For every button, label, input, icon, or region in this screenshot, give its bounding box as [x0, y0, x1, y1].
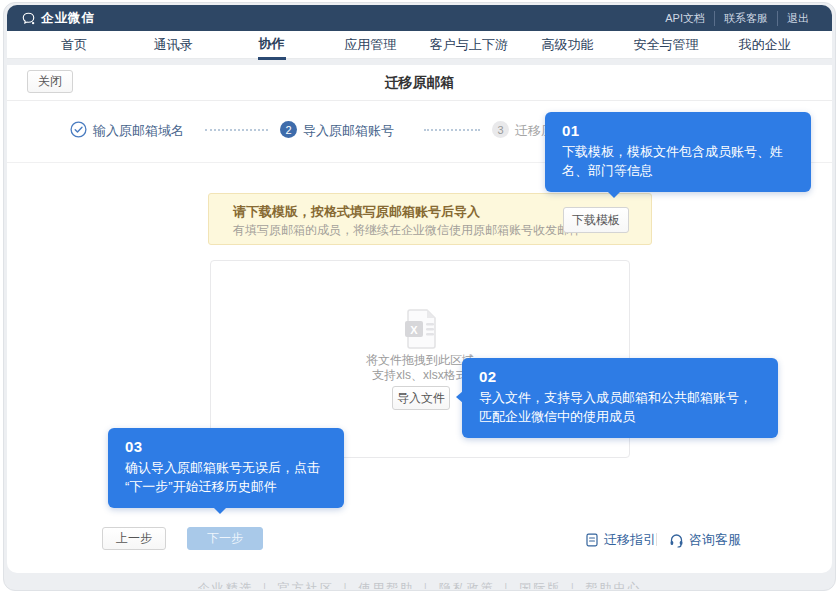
- logout-link[interactable]: 退出: [777, 11, 818, 26]
- previous-step-button[interactable]: 上一步: [102, 527, 166, 550]
- tab-advanced-features[interactable]: 高级功能: [518, 31, 617, 58]
- topbar-links: API文档 联系客服 退出: [656, 11, 818, 26]
- tab-app-management[interactable]: 应用管理: [321, 31, 420, 58]
- download-template-notice: 请下载模版，按格式填写原邮箱账号后导入 有填写原邮箱的成员，将继续在企业微信使用…: [208, 193, 652, 245]
- page-footer-links[interactable]: 企业精选 ｜ 官方社区 ｜ 使用帮助 ｜ 隐私政策 ｜ 国际版 ｜ 帮助中心: [7, 580, 832, 589]
- admin-console-window: 企业微信 API文档 联系客服 退出 首页 通讯录 协作 应用管理 客户与上下游…: [0, 0, 839, 605]
- step-connector: [424, 129, 480, 131]
- tab-customers[interactable]: 客户与上下游: [420, 31, 519, 58]
- tab-contacts[interactable]: 通讯录: [124, 31, 223, 58]
- consult-service-label: 咨询客服: [689, 531, 741, 549]
- api-docs-link[interactable]: API文档: [656, 11, 714, 26]
- app-logo-text: 企业微信: [41, 10, 95, 27]
- next-step-button[interactable]: 下一步: [187, 527, 263, 550]
- main-nav: 首页 通讯录 协作 应用管理 客户与上下游 高级功能 安全与管理 我的企业: [7, 31, 832, 59]
- step-3-number-badge: 3: [492, 121, 509, 138]
- footer-links-separator: [656, 533, 657, 546]
- wechat-work-logo-icon: [21, 11, 36, 26]
- tooltip-number: 02: [479, 368, 761, 385]
- step-connector: [205, 129, 268, 131]
- consult-service-link[interactable]: 咨询客服: [669, 531, 741, 549]
- notice-title: 请下载模版，按格式填写原邮箱账号后导入: [233, 203, 480, 221]
- tooltip-text: 确认导入原邮箱账号无误后，点击“下一步”开始迁移历史邮件: [125, 458, 327, 496]
- tab-my-company[interactable]: 我的企业: [715, 31, 814, 58]
- page-footer: 企业精选 ｜ 官方社区 ｜ 使用帮助 ｜ 隐私政策 ｜ 国际版 ｜ 帮助中心: [7, 580, 832, 589]
- tooltip-arrow-down-icon: [607, 191, 621, 198]
- migration-guide-label: 迁移指引: [604, 531, 656, 549]
- migration-guide-link[interactable]: 迁移指引: [585, 531, 656, 549]
- tooltip-step-02: 02 导入文件，支持导入成员邮箱和公共邮箱账号，匹配企业微信中的使用成员: [462, 358, 778, 438]
- tooltip-step-01: 01 下载模板，模板文件包含成员账号、姓名、部门等信息: [545, 112, 811, 192]
- tooltip-text: 导入文件，支持导入成员邮箱和公共邮箱账号，匹配企业微信中的使用成员: [479, 388, 761, 426]
- step-2-number-badge: 2: [280, 121, 297, 138]
- import-file-button[interactable]: 导入文件: [392, 386, 450, 410]
- app-logo: 企业微信: [21, 10, 95, 27]
- step-1-label: 输入原邮箱域名: [93, 122, 184, 139]
- tooltip-number: 03: [125, 438, 327, 455]
- notice-subtitle: 有填写原邮箱的成员，将继续在企业微信使用原邮箱账号收发邮件: [233, 222, 581, 239]
- tooltip-arrow-left-icon: [456, 391, 463, 403]
- headset-icon: [669, 533, 684, 548]
- contact-support-link[interactable]: 联系客服: [714, 11, 777, 26]
- tab-security-management[interactable]: 安全与管理: [617, 31, 716, 58]
- tab-collaboration[interactable]: 协作: [222, 31, 321, 58]
- svg-text:X: X: [410, 324, 418, 336]
- tooltip-number: 01: [562, 122, 794, 139]
- check-circle-icon: [70, 121, 87, 138]
- header-divider: [7, 100, 832, 101]
- download-template-button[interactable]: 下载模板: [563, 207, 629, 233]
- page-title: 迁移原邮箱: [7, 74, 832, 92]
- topbar: 企业微信 API文档 联系客服 退出: [7, 5, 832, 31]
- document-icon: [585, 533, 599, 547]
- xls-file-icon: X: [404, 309, 438, 349]
- tooltip-text: 下载模板，模板文件包含成员账号、姓名、部门等信息: [562, 142, 794, 180]
- tab-home[interactable]: 首页: [25, 31, 124, 58]
- step-2-label: 导入原邮箱账号: [303, 122, 394, 139]
- tooltip-arrow-down-icon: [213, 507, 227, 514]
- tooltip-step-03: 03 确认导入原邮箱账号无误后，点击“下一步”开始迁移历史邮件: [108, 428, 344, 508]
